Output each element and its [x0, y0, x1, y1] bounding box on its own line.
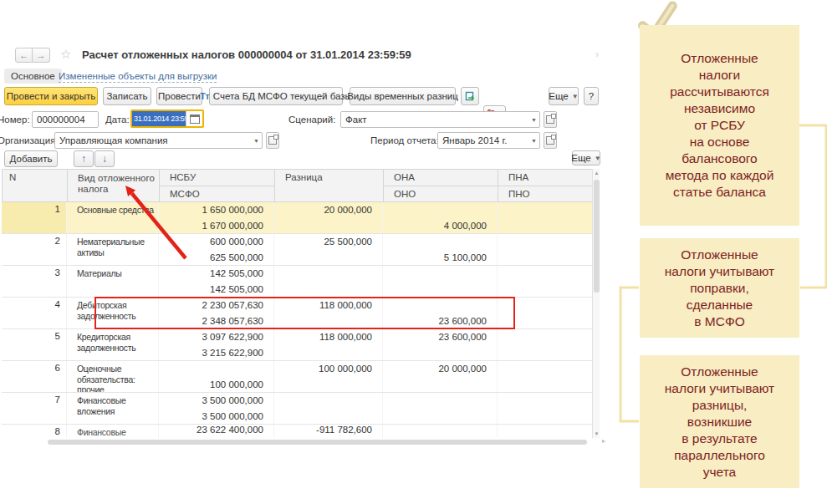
calendar-icon: [190, 115, 200, 124]
help-button[interactable]: ?: [584, 87, 599, 105]
number-input[interactable]: 000000004: [32, 111, 99, 128]
callout-msfo-adjustments: Отложенные налоги учитывают поправки, сд…: [640, 238, 799, 338]
red-annotation-rect: [94, 297, 515, 329]
scroll-up-icon[interactable]: ▲: [594, 171, 600, 176]
move-down-button[interactable]: ↓: [94, 150, 115, 167]
date-input[interactable]: 31.01.2014 23:59:59: [130, 109, 204, 128]
horizontal-scroll-thumb[interactable]: [48, 440, 587, 445]
period-open-button[interactable]: [544, 132, 557, 149]
msfo-accounts-label: Счета БД МСФО текущей базы: [213, 91, 352, 101]
chevron-down-icon: ▼: [595, 155, 601, 162]
scroll-down-icon[interactable]: ▼: [594, 431, 600, 436]
table-header: N Вид отложенного налога НСБУ МСФО Разни…: [2, 169, 592, 202]
arrow-up-icon: ↑: [81, 153, 86, 165]
table-row[interactable]: 5 Кредиторская задолженность 3 097 622,9…: [2, 329, 592, 361]
col-diff[interactable]: Разница: [275, 170, 384, 201]
collapse-chevron-icon[interactable]: ›: [595, 48, 599, 60]
org-value: Управляющая компания: [55, 135, 251, 145]
calendar-button[interactable]: [186, 111, 202, 126]
col-n-label: N: [3, 170, 67, 186]
arrow-down-icon: ↓: [102, 153, 107, 165]
callout-connector-2: [620, 288, 639, 421]
col-pno-label: ПНО: [498, 186, 592, 201]
nav-back-button[interactable]: ←: [15, 48, 33, 63]
favorite-star-icon[interactable]: ☆: [60, 47, 71, 62]
date-label: Дата:: [105, 115, 130, 125]
post-close-button[interactable]: Провести и закрыть: [4, 87, 98, 105]
col-kind[interactable]: Вид отложенного налога: [68, 170, 160, 201]
toolbar-more-label: Еще: [549, 91, 568, 101]
org-field[interactable]: Управляющая компания ▼: [54, 132, 263, 149]
period-field[interactable]: Январь 2014 г. ▼: [437, 132, 540, 149]
col-nsbu-label: НСБУ: [160, 170, 274, 186]
scenario-open-button[interactable]: [544, 111, 557, 128]
period-value: Январь 2014 г.: [438, 135, 528, 145]
move-up-button[interactable]: ↑: [74, 150, 94, 167]
col-kind-label: Вид отложенного налога: [68, 170, 159, 195]
open-icon: [546, 115, 554, 124]
org-label: Организация:: [0, 135, 59, 145]
chevron-down-icon[interactable]: ▼: [528, 117, 539, 123]
col-pna-label: ПНА: [498, 170, 592, 186]
link-changed-objects[interactable]: Измененные объекты для выгрузки: [59, 70, 217, 83]
chevron-down-icon[interactable]: ▼: [528, 138, 539, 144]
report-icon: [465, 91, 475, 101]
chevron-down-icon[interactable]: ▼: [251, 138, 262, 144]
post-button[interactable]: Провести: [156, 87, 202, 105]
col-pna-pno[interactable]: ПНА ПНО: [498, 170, 592, 201]
vertical-scroll-thumb[interactable]: [594, 180, 600, 293]
copy-settings-button[interactable]: [461, 87, 479, 105]
temp-diff-kinds-button[interactable]: Виды временных разниц: [350, 87, 456, 105]
screen: ← → ☆ Расчет отложенных налогов 00000000…: [0, 0, 827, 504]
msfo-accounts-button[interactable]: Тт Счета БД МСФО текущей базы: [209, 87, 343, 105]
vertical-scrollbar[interactable]: ▲ ▼: [592, 169, 600, 438]
callout-balance-method: Отложенные налоги рассчитываются независ…: [640, 25, 799, 226]
scroll-right-icon[interactable]: ▸: [602, 437, 605, 445]
tab-main[interactable]: Основное: [4, 69, 62, 84]
callout-parallel-accounting: Отложенные налоги учитывают разницы, воз…: [640, 355, 799, 488]
col-ono-label: ОНО: [384, 186, 498, 201]
col-ona-label: ОНА: [384, 170, 498, 186]
col-ona-ono[interactable]: ОНА ОНО: [384, 170, 498, 201]
number-label: Номер:: [0, 115, 30, 125]
page-title: Расчет отложенных налогов 000000004 от 3…: [82, 48, 411, 61]
scenario-value: Факт: [341, 115, 528, 125]
accounts-icon: Тт: [200, 91, 210, 101]
table-row[interactable]: 2 Нематериальные активы 600 000,000625 5…: [2, 234, 592, 266]
open-icon: [546, 136, 554, 145]
number-value: 000000004: [33, 115, 98, 125]
callout-connector-1: [799, 125, 826, 288]
date-value: 31.01.2014 23:59:59: [132, 111, 186, 126]
chevron-down-icon: ▼: [572, 93, 579, 100]
open-icon: [268, 136, 277, 145]
col-diff-label: Разница: [275, 170, 383, 186]
table-more-button[interactable]: Еще▼: [572, 150, 600, 165]
col-nsbu-msfo[interactable]: НСБУ МСФО: [160, 170, 275, 201]
toolbar-more-button[interactable]: Еще▼: [549, 87, 579, 105]
horizontal-scrollbar[interactable]: [2, 439, 592, 445]
add-button[interactable]: Добавить: [4, 150, 58, 167]
save-button[interactable]: Записать: [103, 87, 151, 105]
nav-forward-button[interactable]: →: [33, 48, 50, 63]
table-row[interactable]: 7 Финансовые вложения 3 500 000,0003 500…: [2, 393, 592, 425]
table-row[interactable]: 6 Оценочные обязательства: прочие 100 00…: [2, 361, 592, 393]
table-row[interactable]: 3 Материалы 142 505,000142 505,000: [2, 266, 592, 298]
table-more-label: Еще: [571, 153, 590, 163]
org-open-button[interactable]: [266, 132, 279, 149]
scenario-label: Сценарий:: [288, 115, 335, 125]
scenario-field[interactable]: Факт ▼: [340, 111, 540, 128]
col-msfo-label: МСФО: [160, 186, 274, 201]
table-row[interactable]: 1 Основные средства 1 650 000,0001 670 0…: [2, 202, 592, 234]
col-n[interactable]: N: [3, 170, 68, 201]
table-row[interactable]: 8 Финансовые инструменты и кредиты 23 62…: [2, 425, 592, 438]
period-label: Период отчета:: [370, 135, 439, 145]
